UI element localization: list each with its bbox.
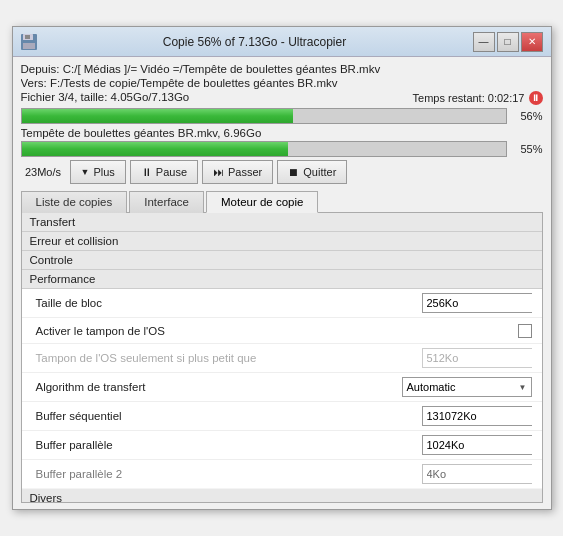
tampon-seulement-input[interactable]: [423, 349, 542, 367]
tab-moteur-copie[interactable]: Moteur de copie: [206, 191, 318, 213]
speed-display: 23Mo/s: [21, 166, 66, 178]
taille-bloc-control: ▲ ▼: [422, 293, 532, 313]
progress-fill-2: [22, 142, 288, 156]
buffer-par2-input[interactable]: [423, 465, 542, 483]
file-info: Fichier 3/4, taille: 4.05Go/7.13Go: [21, 91, 190, 103]
passer-button[interactable]: ⏭ Passer: [202, 160, 273, 184]
taille-bloc-label: Taille de bloc: [36, 297, 422, 309]
progress-bar-2: [21, 141, 507, 157]
window-title: Copie 56% of 7.13Go - Ultracopier: [37, 35, 473, 49]
pause-button[interactable]: ⏸ Pause: [130, 160, 198, 184]
algorithm-value: Automatic: [407, 381, 456, 393]
activer-tampon-row: Activer le tampon de l'OS: [22, 318, 542, 344]
activer-tampon-label: Activer le tampon de l'OS: [36, 325, 518, 337]
tab-interface[interactable]: Interface: [129, 191, 204, 213]
section-controle[interactable]: Controle: [22, 251, 542, 270]
pause-label: Pause: [156, 166, 187, 178]
source-label: Depuis:: [21, 63, 60, 75]
floppy-icon: [21, 34, 37, 50]
tampon-seulement-control: ▲ ▼: [422, 348, 532, 368]
svg-rect-2: [25, 35, 30, 39]
taille-bloc-input[interactable]: [423, 294, 542, 312]
tab-liste-copies[interactable]: Liste de copies: [21, 191, 128, 213]
buffer-par-spinbox[interactable]: ▲ ▼: [422, 435, 532, 455]
activer-tampon-control: [518, 324, 532, 338]
tab-label-2: Moteur de copie: [221, 196, 303, 208]
tab-content: Transfert Erreur et collision Controle P…: [21, 213, 543, 503]
tab-label-0: Liste de copies: [36, 196, 113, 208]
algorithm-dropdown-icon: ▼: [519, 383, 527, 392]
section-controle-label: Controle: [30, 254, 73, 266]
taille-bloc-row: Taille de bloc ▲ ▼: [22, 289, 542, 318]
main-window: Copie 56% of 7.13Go - Ultracopier — □ ✕ …: [12, 26, 552, 510]
progress-row-2: 55%: [21, 141, 543, 157]
buffer-seq-spinbox[interactable]: ▲ ▼: [422, 406, 532, 426]
buffer-seq-row: Buffer séquentiel ▲ ▼: [22, 402, 542, 431]
buffer-par-row: Buffer parallèle ▲ ▼: [22, 431, 542, 460]
pause-icon: ⏸: [141, 166, 152, 178]
passer-icon: ⏭: [213, 166, 224, 178]
buffer-par-control: ▲ ▼: [422, 435, 532, 455]
source-path-line: Depuis: C:/[ Médias ]/= Vidéo =/Tempête …: [21, 63, 543, 75]
tab-label-1: Interface: [144, 196, 189, 208]
algorithm-row: Algorithm de transfert Automatic ▼: [22, 373, 542, 402]
close-button[interactable]: ✕: [521, 32, 543, 52]
dest-label: Vers:: [21, 77, 47, 89]
buffer-par2-label: Buffer parallèle 2: [36, 468, 422, 480]
section-erreur[interactable]: Erreur et collision: [22, 232, 542, 251]
quitter-label: Quitter: [303, 166, 336, 178]
plus-icon: ▼: [81, 167, 90, 177]
progress-bar-1: [21, 108, 507, 124]
section-performance-label: Performance: [30, 273, 96, 285]
section-divers-label: Divers: [30, 492, 63, 502]
title-bar-left: [21, 34, 37, 50]
section-divers[interactable]: Divers: [22, 489, 542, 502]
algorithm-control: Automatic ▼: [402, 377, 532, 397]
tabs-bar: Liste de copies Interface Moteur de copi…: [21, 190, 543, 213]
quitter-button[interactable]: ⏹ Quitter: [277, 160, 347, 184]
buffer-par2-spinbox[interactable]: ▲ ▼: [422, 464, 532, 484]
dest-path-line: Vers: F:/Tests de copie/Tempête de boule…: [21, 77, 543, 89]
buffer-par-input[interactable]: [423, 436, 542, 454]
timer-icon: ⏸: [529, 91, 543, 105]
source-path: C:/[ Médias ]/= Vidéo =/Tempête de boule…: [63, 63, 381, 75]
section-performance[interactable]: Performance: [22, 270, 542, 289]
tampon-seulement-spinbox[interactable]: ▲ ▼: [422, 348, 532, 368]
progress-row-1: 56%: [21, 108, 543, 124]
maximize-button[interactable]: □: [497, 32, 519, 52]
window-controls: — □ ✕: [473, 32, 543, 52]
buffer-seq-control: ▲ ▼: [422, 406, 532, 426]
buffer-par2-control: ▲ ▼: [422, 464, 532, 484]
algorithm-select[interactable]: Automatic ▼: [402, 377, 532, 397]
progress-label-2: 55%: [511, 143, 543, 155]
minimize-button[interactable]: —: [473, 32, 495, 52]
progress2-name: Tempête de boulettes géantes BR.mkv, 6.9…: [21, 127, 543, 139]
buffer-seq-label: Buffer séquentiel: [36, 410, 422, 422]
time-remaining-label: Temps restant: 0:02:17: [413, 92, 525, 104]
buffer-par-label: Buffer parallèle: [36, 439, 422, 451]
plus-label: Plus: [93, 166, 114, 178]
buffer-par2-row: Buffer parallèle 2 ▲ ▼: [22, 460, 542, 489]
buffer-seq-input[interactable]: [423, 407, 542, 425]
title-bar: Copie 56% of 7.13Go - Ultracopier — □ ✕: [13, 27, 551, 57]
section-erreur-label: Erreur et collision: [30, 235, 119, 247]
section-transfert-label: Transfert: [30, 216, 76, 228]
tampon-seulement-row: Tampon de l'OS seulement si plus petit q…: [22, 344, 542, 373]
progress-label-1: 56%: [511, 110, 543, 122]
dest-path: F:/Tests de copie/Tempête de boulettes g…: [50, 77, 338, 89]
passer-label: Passer: [228, 166, 262, 178]
settings-area: Transfert Erreur et collision Controle P…: [22, 213, 542, 502]
activer-tampon-checkbox[interactable]: [518, 324, 532, 338]
svg-rect-3: [23, 43, 35, 49]
algorithm-label: Algorithm de transfert: [36, 381, 402, 393]
quitter-icon: ⏹: [288, 166, 299, 178]
time-remaining-area: Temps restant: 0:02:17 ⏸: [413, 91, 543, 105]
plus-button[interactable]: ▼ Plus: [70, 160, 126, 184]
toolbar: 23Mo/s ▼ Plus ⏸ Pause ⏭ Passer ⏹ Quitter: [21, 160, 543, 184]
window-body: Depuis: C:/[ Médias ]/= Vidéo =/Tempête …: [13, 57, 551, 509]
progress-fill-1: [22, 109, 293, 123]
section-transfert[interactable]: Transfert: [22, 213, 542, 232]
tampon-seulement-label: Tampon de l'OS seulement si plus petit q…: [36, 352, 422, 364]
taille-bloc-spinbox[interactable]: ▲ ▼: [422, 293, 532, 313]
